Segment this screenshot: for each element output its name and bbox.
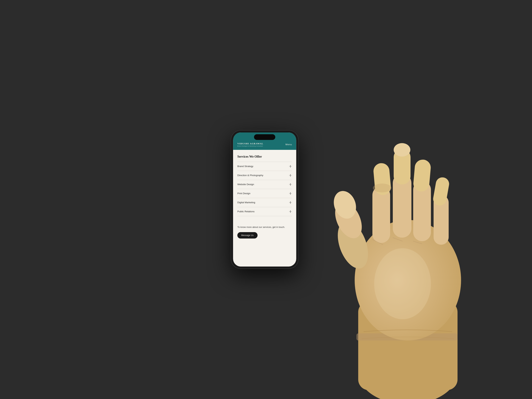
expand-icon (289, 192, 292, 195)
expand-icon (289, 201, 292, 204)
service-label: Brand Strategy (237, 165, 253, 168)
service-label: Website Design (237, 183, 254, 186)
expand-icon (289, 165, 292, 168)
service-label: Print Design (237, 192, 250, 195)
service-item-print-design[interactable]: Print Design (237, 189, 292, 198)
service-item-website-design[interactable]: Website Design (237, 180, 292, 189)
service-item-brand-strategy[interactable]: Brand Strategy (237, 162, 292, 171)
cta-section: To know more about our services, get in … (237, 222, 292, 239)
cta-text: To know more about our services, get in … (237, 225, 292, 229)
brand-name: VIDUSHI AGRAWAL (237, 142, 263, 145)
phone-screen: VIDUSHI AGRAWAL Brand Strategist & Marke… (233, 133, 296, 266)
service-label: Public Relations (237, 210, 254, 213)
phone-body: VIDUSHI AGRAWAL Brand Strategist & Marke… (231, 130, 298, 269)
phone-mockup: VIDUSHI AGRAWAL Brand Strategist & Marke… (231, 130, 298, 269)
scene: VIDUSHI AGRAWAL Brand Strategist & Marke… (0, 0, 532, 399)
svg-point-12 (394, 143, 410, 157)
svg-point-17 (374, 248, 431, 319)
svg-point-9 (373, 184, 391, 192)
services-list: Brand Strategy Direction & Photography W… (237, 162, 292, 216)
service-item-digital-marketing[interactable]: Digital Marketing (237, 198, 292, 207)
service-label: Direction & Photography (237, 174, 263, 177)
brand-tagline: Brand Strategist & Marketing Consultant (237, 146, 263, 147)
expand-icon (289, 210, 292, 213)
dynamic-island (254, 134, 275, 140)
page-content: Services We Offer Brand Strategy Directi… (233, 150, 296, 266)
service-label: Digital Marketing (237, 201, 255, 204)
section-title: Services We Offer (237, 155, 292, 158)
expand-icon (289, 174, 292, 177)
service-item-public-relations[interactable]: Public Relations (237, 207, 292, 216)
service-item-direction-photography[interactable]: Direction & Photography (237, 171, 292, 180)
menu-button[interactable]: Menu (285, 143, 292, 146)
message-us-button[interactable]: Message Us (237, 232, 258, 239)
expand-icon (289, 183, 292, 186)
brand-info: VIDUSHI AGRAWAL Brand Strategist & Marke… (237, 142, 263, 147)
